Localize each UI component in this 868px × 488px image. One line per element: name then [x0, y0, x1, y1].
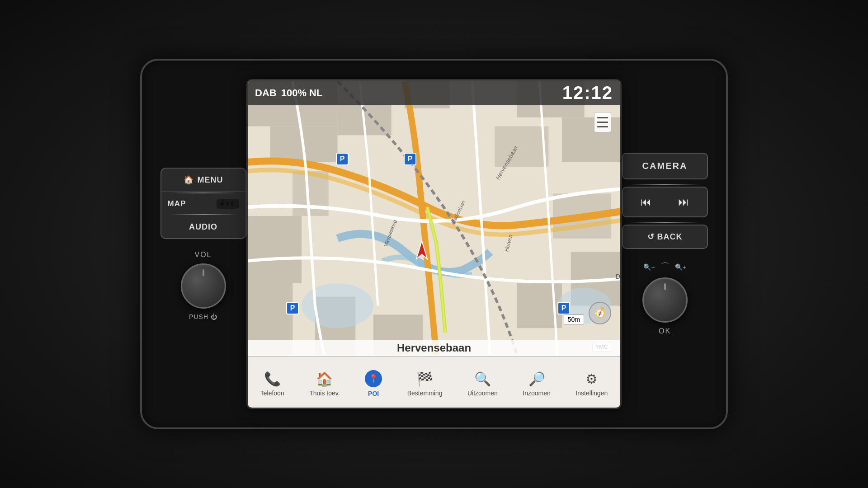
scale-bar: 50m	[564, 314, 584, 324]
telefoon-label: Telefoon	[260, 389, 284, 397]
dab-info: DAB 100% NL	[255, 87, 322, 99]
poi-icon: 📍	[368, 374, 378, 384]
zoom-in-ctrl-icon: 🔍+	[675, 263, 686, 271]
center-screen: Hervensebaan Herven Stadionlaan Vliertse…	[246, 79, 622, 409]
svg-rect-7	[495, 126, 548, 166]
unit-frame: 🏠 MENU MAP ☀ / ☾ AUDIO VO	[140, 59, 728, 429]
dab-percent: 100% NL	[281, 87, 323, 99]
parking-icon-1: P	[336, 153, 349, 165]
vol-section: VOL PUSH ⏻	[181, 251, 226, 320]
audio-label: AUDIO	[189, 222, 217, 232]
camera-label: CAMERA	[642, 161, 688, 171]
phone-icon: 📞	[264, 371, 281, 387]
nav-item-thuis[interactable]: 🏠 Thuis toev.	[304, 367, 345, 400]
zoom-icons: 🔍− ⌒ 🔍+	[643, 261, 686, 273]
svg-point-16	[302, 283, 373, 328]
vol-label: VOL	[194, 251, 212, 259]
map-label: MAP	[168, 199, 186, 208]
right-controls: CAMERA ⏮ ⏭ ↺ BACK 🔍− ⌒ 🔍+	[622, 153, 708, 335]
thuis-label: Thuis toev.	[309, 389, 340, 397]
poi-label: POI	[368, 390, 379, 397]
nav-item-instellingen[interactable]: ⚙ Instellingen	[570, 367, 613, 400]
list-icon[interactable]	[594, 112, 611, 132]
nav-item-bestemming[interactable]: 🏁 Bestemming	[402, 367, 448, 400]
parking-icon-2: P	[404, 153, 416, 165]
svg-text:De Herven: De Herven	[616, 273, 620, 280]
destination-icon: 🏁	[416, 371, 433, 387]
push-label[interactable]: PUSH ⏻	[189, 313, 217, 320]
clock: 12:12	[562, 83, 613, 103]
dashboard: 🏠 MENU MAP ☀ / ☾ AUDIO VO	[0, 0, 868, 488]
nav-bar: 📞 Telefoon 🏠 Thuis toev. 📍 POI 🏁 Bestemm…	[248, 356, 620, 409]
location-marker	[413, 239, 431, 261]
map-row: MAP ☀ / ☾	[161, 194, 245, 213]
ok-label[interactable]: OK	[659, 327, 671, 335]
compass: 🧭	[589, 302, 611, 324]
uitzoomen-label: Uitzoomen	[467, 389, 498, 397]
nav-item-inzoomen[interactable]: 🔎 Inzoomen	[517, 367, 556, 400]
home-nav-icon: 🏠	[316, 371, 333, 387]
instellingen-label: Instellingen	[576, 389, 608, 397]
media-controls: ⏮ ⏭	[622, 187, 708, 217]
left-btn-group: 🏠 MENU MAP ☀ / ☾ AUDIO	[160, 168, 246, 239]
poi-badge: 📍	[365, 370, 382, 387]
nav-item-telefoon[interactable]: 📞 Telefoon	[255, 367, 290, 400]
back-arrow-icon: ↺	[647, 232, 655, 242]
map-area[interactable]: Hervensebaan Herven Stadionlaan Vliertse…	[248, 80, 620, 356]
menu-button[interactable]: 🏠 MENU	[161, 169, 245, 192]
back-label: BACK	[657, 232, 683, 242]
volume-knob[interactable]	[181, 263, 226, 309]
parking-icon-4: P	[557, 302, 570, 314]
menu-label: MENU	[198, 175, 223, 185]
right-knob-section: 🔍− ⌒ 🔍+ OK	[642, 261, 688, 335]
dab-label: DAB	[255, 87, 277, 99]
settings-icon: ⚙	[585, 371, 598, 387]
inzoomen-label: Inzoomen	[523, 389, 550, 397]
media-row: ⏮ ⏭	[623, 188, 707, 216]
audio-button[interactable]: AUDIO	[161, 216, 245, 238]
svg-marker-23	[416, 241, 427, 259]
next-button[interactable]: ⏭	[675, 194, 693, 210]
day-night-toggle[interactable]: ☀ / ☾	[217, 199, 239, 209]
nav-item-uitzoomen[interactable]: 🔍 Uitzoomen	[462, 367, 503, 400]
scale-value: 50m	[568, 316, 580, 323]
right-knob[interactable]	[642, 277, 688, 323]
svg-rect-6	[562, 117, 620, 162]
bestemming-label: Bestemming	[407, 389, 443, 397]
compass-arrow: 🧭	[593, 306, 607, 320]
sun-icon: ☀	[219, 200, 225, 207]
map-header: DAB 100% NL 12:12	[248, 80, 620, 105]
nav-item-poi[interactable]: 📍 POI	[359, 366, 387, 401]
zoom-out-ctrl-icon: 🔍−	[643, 263, 655, 271]
back-button[interactable]: ↺ BACK	[622, 225, 708, 249]
parking-icon-3: P	[286, 302, 299, 314]
zoom-in-icon: 🔎	[528, 371, 545, 387]
camera-button[interactable]: CAMERA	[622, 153, 708, 179]
svg-rect-9	[248, 216, 302, 283]
home-icon: 🏠	[184, 175, 194, 185]
moon-icon: ☾	[231, 200, 236, 207]
prev-button[interactable]: ⏮	[637, 194, 655, 210]
separator: /	[227, 200, 229, 207]
street-name: Hervensebaan	[397, 342, 471, 354]
street-name-bar: Hervensebaan	[248, 340, 620, 356]
left-controls: 🏠 MENU MAP ☀ / ☾ AUDIO VO	[160, 168, 246, 320]
zoom-out-icon: 🔍	[474, 371, 491, 387]
